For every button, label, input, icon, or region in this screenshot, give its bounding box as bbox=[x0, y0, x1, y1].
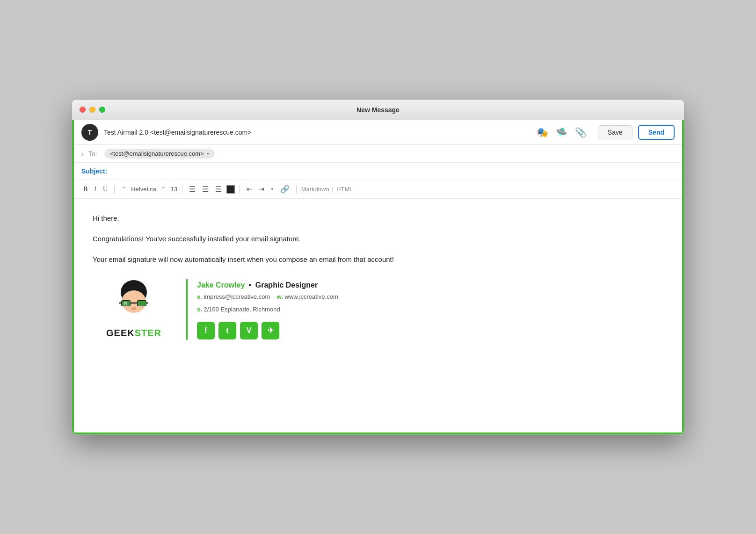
signature-name: Jake Crowley bbox=[197, 281, 245, 289]
bullet-button[interactable]: • bbox=[269, 184, 276, 195]
email-body[interactable]: Hi there, Congratulations! You've succes… bbox=[74, 199, 682, 433]
signature-job-title: Graphic Designer bbox=[255, 281, 318, 289]
font-selector[interactable]: Helvetica bbox=[131, 186, 156, 193]
expand-arrow-icon[interactable]: › bbox=[81, 150, 84, 158]
traffic-lights bbox=[80, 107, 105, 113]
font-size-down-icon[interactable]: ⌃ bbox=[159, 185, 168, 194]
chip-dropdown-icon[interactable]: ▾ bbox=[207, 151, 209, 156]
maximize-button[interactable] bbox=[99, 107, 105, 113]
format-toolbar: B I U ⌃ Helvetica ⌃ 13 ☰ ☰ ☰ ⇤ ⇥ • 🔗 Mar… bbox=[74, 180, 682, 199]
svg-text:+: + bbox=[124, 303, 126, 305]
email-label: e. bbox=[197, 293, 202, 300]
signature-contact-address: s. 2/160 Esplanade, Richmond bbox=[197, 304, 338, 315]
body-info: Your email signature will now automatica… bbox=[93, 254, 663, 265]
link-button[interactable]: 🔗 bbox=[278, 184, 291, 195]
body-greeting: Hi there, bbox=[93, 213, 663, 224]
underline-button[interactable]: U bbox=[101, 185, 109, 194]
geekster-logo: + GEEKSTER bbox=[103, 279, 164, 339]
fmt-separator-1 bbox=[114, 186, 115, 193]
attachment-icon[interactable]: 📎 bbox=[575, 127, 587, 138]
window-title: New Message bbox=[356, 106, 400, 114]
format-pipe: | bbox=[332, 186, 334, 193]
body-congrats: Congratulations! You've successfully ins… bbox=[93, 233, 663, 245]
signature-social-links: f t V ✈ bbox=[197, 322, 338, 339]
fmt-separator-3 bbox=[240, 186, 240, 193]
twitter-button[interactable]: t bbox=[218, 322, 236, 339]
signature-website: www.jccreative.com bbox=[285, 293, 338, 300]
align-center-button[interactable]: ☰ bbox=[200, 184, 211, 195]
subject-input[interactable] bbox=[111, 167, 675, 175]
markdown-toggle[interactable]: Markdown bbox=[301, 186, 329, 193]
other-social-button[interactable]: ✈ bbox=[262, 322, 279, 339]
save-button[interactable]: Save bbox=[598, 125, 632, 139]
recipient-address: <test@emailsignaturerescue.com> bbox=[110, 150, 204, 157]
font-size[interactable]: 13 bbox=[171, 186, 177, 193]
titlebar: New Message bbox=[72, 100, 684, 120]
geekster-wordmark: GEEKSTER bbox=[106, 328, 161, 339]
geekster-character: + bbox=[103, 279, 164, 326]
signature-dot: • bbox=[249, 281, 252, 289]
svg-point-9 bbox=[131, 307, 136, 310]
signature-contact-email: e. impress@jccreative.com w. www.jccreat… bbox=[197, 291, 338, 302]
theater-icon[interactable]: 🎭 bbox=[537, 127, 548, 138]
fmt-separator-2 bbox=[182, 186, 182, 193]
fmt-separator-4 bbox=[296, 186, 297, 193]
web-label: w. bbox=[277, 293, 283, 300]
signature-address: 2/160 Esplanade, Richmond bbox=[204, 306, 280, 313]
html-toggle[interactable]: HTML bbox=[336, 186, 353, 193]
font-size-up-icon[interactable]: ⌃ bbox=[119, 185, 128, 194]
signature-logo-area: + GEEKSTER bbox=[93, 279, 186, 339]
email-signature: + GEEKSTER Jake Crowley • Graphic Design… bbox=[93, 279, 663, 340]
signature-info: Jake Crowley • Graphic Designer e. impre… bbox=[197, 279, 338, 339]
from-bar: T Test Airmail 2.0 <test@emailsignaturer… bbox=[74, 120, 682, 145]
italic-button[interactable]: I bbox=[92, 185, 98, 194]
minimize-button[interactable] bbox=[89, 107, 95, 113]
to-label: To: bbox=[88, 150, 100, 158]
close-button[interactable] bbox=[80, 107, 86, 113]
to-bar: › To: <test@emailsignaturerescue.com> ▾ bbox=[74, 145, 682, 163]
sender-name: Test Airmail 2.0 <test@emailsignatureres… bbox=[104, 129, 531, 136]
send-button[interactable]: Send bbox=[638, 125, 675, 140]
align-left-button[interactable]: ☰ bbox=[187, 184, 197, 195]
bold-button[interactable]: B bbox=[81, 185, 89, 194]
subject-label: Subject: bbox=[81, 167, 107, 175]
align-right-button[interactable]: ☰ bbox=[213, 184, 224, 195]
recipient-chip[interactable]: <test@emailsignaturerescue.com> ▾ bbox=[104, 149, 215, 159]
text-color-picker[interactable] bbox=[226, 185, 235, 194]
svg-rect-5 bbox=[138, 301, 146, 306]
compose-toolbar-icons: 🎭 🛸 📎 bbox=[537, 127, 587, 138]
signature-email: impress@jccreative.com bbox=[204, 293, 270, 300]
street-label: s. bbox=[197, 306, 202, 313]
indent-increase-button[interactable]: ⇥ bbox=[257, 184, 266, 194]
facebook-button[interactable]: f bbox=[197, 322, 215, 339]
indent-decrease-button[interactable]: ⇤ bbox=[245, 184, 254, 194]
subject-bar: Subject: bbox=[74, 163, 682, 180]
send-icon[interactable]: 🛸 bbox=[556, 127, 567, 138]
signature-divider bbox=[186, 279, 188, 340]
signature-name-title: Jake Crowley • Graphic Designer bbox=[197, 281, 338, 289]
avatar: T bbox=[81, 124, 98, 141]
vimeo-button[interactable]: V bbox=[240, 322, 258, 339]
